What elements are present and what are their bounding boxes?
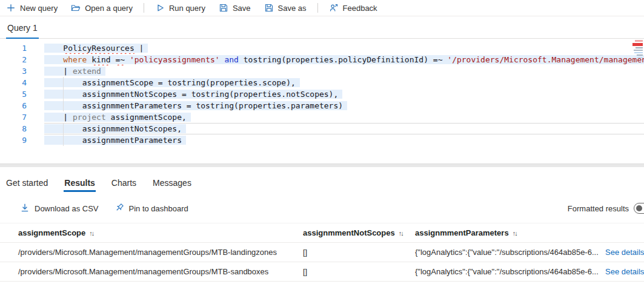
- formatted-results-toggle[interactable]: [634, 203, 644, 214]
- code-token: |: [63, 113, 73, 122]
- column-header-assignment-scope[interactable]: assignmentScope↑↓: [0, 228, 303, 237]
- cell-assignment-parameters: {"logAnalytics":{"value":"/subscriptions…: [415, 248, 605, 257]
- query-highlight: PolicyResources |: [44, 44, 148, 53]
- query-highlight: assignmmentNotScopes,: [44, 124, 186, 133]
- download-csv-button[interactable]: Download as CSV: [20, 203, 99, 214]
- save-label: Save: [233, 4, 251, 13]
- new-query-label: New query: [20, 4, 58, 13]
- query-tab-bar: Query 1: [0, 16, 644, 39]
- feedback-label: Feedback: [343, 4, 377, 13]
- tab-messages[interactable]: Messages: [153, 178, 191, 194]
- command-bar: New query Open a query Run query Save S: [0, 0, 644, 16]
- code-token: =~: [115, 55, 125, 64]
- code-line-8[interactable]: 8 assignmmentNotScopes,: [0, 123, 644, 134]
- column-header-assignment-parameters[interactable]: assignmmentParameters↑↓: [415, 228, 605, 237]
- save-icon: [219, 3, 228, 13]
- sort-arrows-icon: ↑↓: [513, 230, 517, 237]
- code-token: assignmmentParameters = tostring(propert…: [82, 101, 343, 110]
- cell-assignment-parameters: {"logAnalytics":{"value":"/subscriptions…: [415, 267, 605, 276]
- sort-arrows-icon: ↑↓: [399, 230, 403, 237]
- code-token: |: [134, 44, 144, 53]
- code-token: 'policyassignments': [130, 55, 220, 64]
- query-highlight: | extend: [44, 67, 105, 76]
- code-line-3[interactable]: 3 | extend: [0, 65, 644, 77]
- open-query-button[interactable]: Open a query: [71, 3, 133, 13]
- code-token: [125, 55, 130, 64]
- run-icon: [155, 3, 165, 13]
- formatted-results-control: Formatted results: [568, 203, 644, 214]
- code-line-5[interactable]: 5 assignmmentNotScopes = tostring(proper…: [0, 88, 644, 100]
- formatted-results-label: Formatted results: [568, 204, 629, 213]
- minimap-mark: [636, 47, 643, 48]
- code-token: PolicyResources: [63, 44, 134, 53]
- query-editor[interactable]: 1 PolicyResources |2 where kind =~ 'poli…: [0, 39, 644, 163]
- open-folder-icon: [71, 3, 81, 13]
- toolbar-divider: [144, 3, 144, 13]
- table-header-row: assignmentScope↑↓ assignmmentNotScopes↑↓…: [0, 223, 644, 243]
- code-token: where: [63, 55, 87, 64]
- query-highlight: assignmentScope = tostring(properties.sc…: [44, 78, 300, 87]
- tab-get-started[interactable]: Get started: [6, 178, 48, 194]
- table-row[interactable]: /providers/Microsoft.Management/manageme…: [0, 262, 644, 282]
- query-highlight: assignmmentNotScopes = tostring(properti…: [44, 90, 342, 99]
- see-details-link[interactable]: See details: [605, 248, 644, 257]
- code-line-6[interactable]: 6 assignmmentParameters = tostring(prope…: [0, 100, 644, 111]
- code-token: '/providers/Microsoft.Management/managem…: [447, 55, 644, 64]
- code-token: |: [63, 67, 73, 76]
- line-number: 2: [0, 54, 44, 65]
- cell-assignment-scope: /providers/Microsoft.Management/manageme…: [0, 267, 303, 276]
- line-number: 5: [0, 88, 44, 100]
- run-query-button[interactable]: Run query: [155, 3, 205, 13]
- code-token: assignmentScope = tostring(properties.sc…: [82, 78, 296, 87]
- tab-charts[interactable]: Charts: [111, 178, 136, 194]
- code-line-4[interactable]: 4 assignmentScope = tostring(properties.…: [0, 77, 644, 88]
- see-details-link[interactable]: See details: [605, 267, 644, 276]
- panel-tab-bar: Get started Results Charts Messages: [0, 167, 644, 194]
- column-label: assignmmentParameters: [415, 228, 509, 237]
- results-toolbar: Download as CSV Pin to dashboard Formatt…: [0, 194, 644, 223]
- code-token: assignmentScope,: [106, 113, 187, 122]
- code-token: kind: [91, 55, 110, 64]
- minimap[interactable]: [631, 40, 643, 58]
- cell-assignment-scope: /providers/Microsoft.Management/manageme…: [0, 248, 303, 257]
- run-query-label: Run query: [169, 4, 205, 13]
- sort-arrows-icon: ↑↓: [89, 230, 93, 237]
- feedback-button[interactable]: Feedback: [329, 3, 377, 13]
- code-line-1[interactable]: 1 PolicyResources |: [0, 42, 644, 54]
- cell-assignment-not-scopes: []: [303, 248, 415, 257]
- pin-icon: [115, 203, 124, 214]
- line-number: 9: [0, 134, 44, 146]
- code-line-2[interactable]: 2 where kind =~ 'policyassignments' and …: [0, 54, 644, 65]
- minimap-mark: [637, 57, 643, 58]
- column-label: assignmentScope: [18, 228, 85, 237]
- tab-query-1[interactable]: Query 1: [6, 23, 39, 39]
- editor-lines: 1 PolicyResources |2 where kind =~ 'poli…: [0, 42, 644, 146]
- table-row[interactable]: /providers/Microsoft.Management/manageme…: [0, 243, 644, 262]
- code-token: and: [224, 55, 238, 64]
- download-csv-label: Download as CSV: [35, 204, 99, 213]
- line-number: 8: [0, 123, 44, 134]
- save-button[interactable]: Save: [219, 3, 251, 13]
- new-query-button[interactable]: New query: [6, 3, 58, 13]
- minimap-mark: [635, 40, 643, 42]
- pin-to-dashboard-button[interactable]: Pin to dashboard: [115, 203, 188, 214]
- code-line-7[interactable]: 7 | project assignmentScope,: [0, 111, 644, 123]
- indent-guide: [63, 77, 64, 88]
- tab-results[interactable]: Results: [64, 178, 95, 194]
- line-number: 1: [0, 42, 44, 54]
- save-as-label: Save as: [278, 4, 307, 13]
- indent-guide: [63, 100, 64, 111]
- pin-to-dashboard-label: Pin to dashboard: [129, 204, 188, 213]
- table-body: /providers/Microsoft.Management/manageme…: [0, 243, 644, 282]
- save-as-button[interactable]: Save as: [264, 3, 307, 13]
- query-highlight: where kind =~ 'policyassignments' and to…: [44, 55, 644, 64]
- code-token: extend: [73, 67, 101, 76]
- code-line-9[interactable]: 9 assignmmentParameters: [0, 134, 644, 146]
- column-header-assignment-not-scopes[interactable]: assignmmentNotScopes↑↓: [303, 228, 415, 237]
- code-token: assignmmentNotScopes = tostring(properti…: [82, 90, 339, 99]
- save-as-icon: [264, 3, 274, 13]
- download-icon: [20, 203, 30, 214]
- code-token: assignmmentParameters: [82, 136, 182, 145]
- minimap-error-mark: [632, 43, 643, 46]
- resource-graph-explorer: New query Open a query Run query Save S: [0, 0, 644, 284]
